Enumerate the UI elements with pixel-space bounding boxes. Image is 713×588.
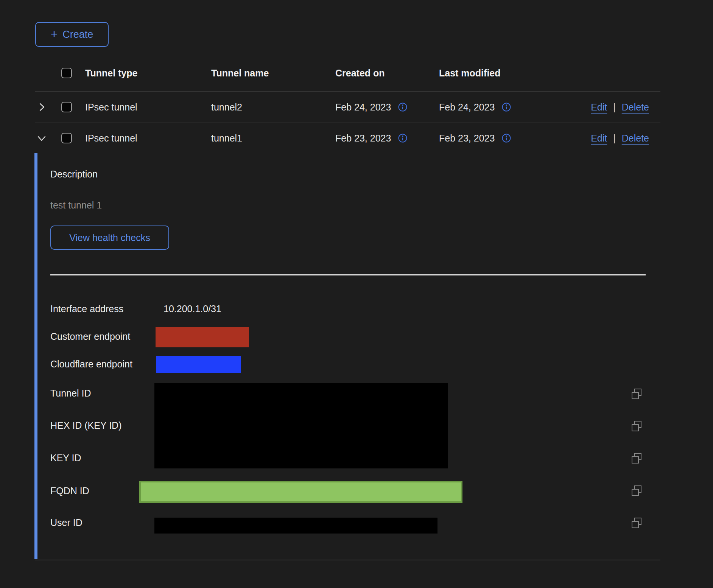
info-icon [398,133,408,143]
view-health-checks-button[interactable]: View health checks [50,226,169,250]
tunnel-name-cell: tunnel1 [211,133,335,144]
interface-address-label: Interface address [50,303,123,314]
fqdn-id-label: FQDN ID [50,485,89,496]
description-label: Description [50,169,98,180]
copy-icon [630,517,643,529]
tunnel-type-cell: IPsec tunnel [85,102,211,113]
tunnel-hex-key-id-redacted-value [154,383,448,468]
create-button-label: Create [62,29,93,40]
table-row-tunnel1: IPsec tunnel tunnel1 Feb 23, 2023 Feb 23… [35,123,660,153]
interface-address-value: 10.200.1.0/31 [163,303,221,314]
edit-link[interactable]: Edit [591,102,607,113]
last-modified-value: Feb 24, 2023 [439,102,495,113]
delete-link[interactable]: Delete [622,133,649,144]
collapse-row-button[interactable] [35,132,48,145]
table-row-tunnel2: IPsec tunnel tunnel2 Feb 24, 2023 Feb 24… [35,92,660,123]
header-created-on: Created on [335,68,439,79]
header-tunnel-name: Tunnel name [211,68,335,79]
cloudflare-endpoint-label: Cloudflare endpoint [50,359,132,370]
hex-id-label: HEX ID (KEY ID) [50,420,121,431]
copy-icon [630,485,643,497]
customer-endpoint-redacted-value [156,327,249,347]
created-on-value: Feb 24, 2023 [335,102,391,113]
create-button[interactable]: + Create [35,22,109,47]
link-separator: | [613,133,616,144]
chevron-down-icon [37,133,47,143]
header-tunnel-type: Tunnel type [85,68,211,79]
copy-icon [630,453,643,465]
copy-fqdn-id-button[interactable] [630,485,643,497]
header-last-modified: Last modified [439,68,541,79]
user-id-redacted-value [154,518,437,534]
copy-tunnel-id-button[interactable] [630,388,643,400]
copy-icon [630,420,643,432]
last-modified-value: Feb 23, 2023 [439,133,495,144]
info-icon [398,102,408,112]
ipsec-tunnels-page: + Create Tunnel type Tunnel name Created… [0,0,713,588]
row-checkbox[interactable] [61,102,72,112]
fqdn-id-redacted-value [139,481,462,503]
copy-key-id-button[interactable] [630,453,643,465]
created-on-value: Feb 23, 2023 [335,133,391,144]
select-all-cell [56,68,85,78]
tunnel-type-cell: IPsec tunnel [85,133,211,144]
cloudflare-endpoint-redacted-value [156,356,241,373]
info-icon [501,102,511,112]
table-bottom-border [35,560,660,560]
last-modified-info-button[interactable] [501,102,511,112]
last-modified-info-button[interactable] [501,133,511,143]
expanded-accent-bar [34,153,37,559]
expand-row-button[interactable] [35,101,48,114]
tunnel-id-label: Tunnel ID [50,388,91,399]
tunnel1-expanded-panel: Description test tunnel 1 View health ch… [0,153,713,559]
select-all-checkbox[interactable] [61,68,72,78]
description-value: test tunnel 1 [50,200,102,211]
user-id-label: User ID [50,517,83,528]
chevron-right-icon [37,102,47,112]
table-header-row: Tunnel type Tunnel name Created on Last … [35,55,660,92]
tunnel-name-cell: tunnel2 [211,102,335,113]
created-on-info-button[interactable] [398,133,408,143]
link-separator: | [613,102,616,113]
key-id-label: KEY ID [50,453,81,464]
row-checkbox[interactable] [61,133,72,143]
delete-link[interactable]: Delete [622,102,649,113]
tunnels-table: Tunnel type Tunnel name Created on Last … [35,55,660,153]
plus-icon: + [51,28,58,40]
edit-link[interactable]: Edit [591,133,607,144]
info-icon [501,133,511,143]
copy-hex-id-button[interactable] [630,420,643,432]
copy-user-id-button[interactable] [630,517,643,529]
customer-endpoint-label: Customer endpoint [50,331,130,342]
copy-icon [630,388,643,400]
created-on-info-button[interactable] [398,102,408,112]
section-divider [50,274,646,275]
